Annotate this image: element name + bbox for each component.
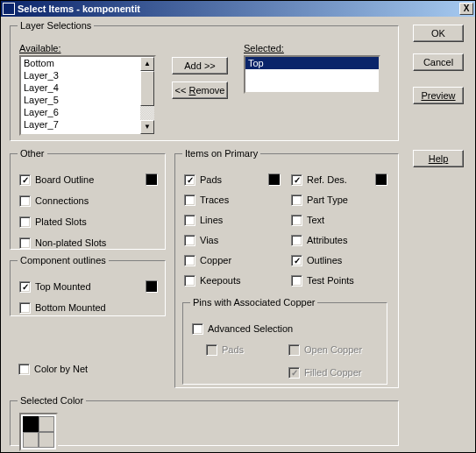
primary-outlines-checkbox[interactable]: ✓ — [291, 255, 302, 266]
color-swatch-black[interactable] — [23, 416, 39, 432]
available-label: Available: — [19, 43, 156, 53]
pins-open-copper-row: Open Copper — [288, 341, 362, 358]
add-button[interactable]: Add >> — [172, 57, 228, 74]
pins-copper-group: Pins with Associated Copper Advanced Sel… — [182, 297, 387, 385]
primary-keepouts-checkbox[interactable] — [184, 275, 195, 287]
selected-color-group: Selected Color — [10, 395, 399, 446]
primary-ref-des--checkbox[interactable]: ✓ — [291, 174, 302, 186]
help-button[interactable]: Help — [413, 150, 464, 167]
available-listbox[interactable]: BottomLayer_3Layer_4Layer_5Layer_6Layer_… — [19, 55, 156, 136]
close-button[interactable]: X — [459, 3, 473, 15]
primary-ref-des--label: Ref. Des. — [307, 174, 347, 185]
primary-test-points-checkbox[interactable] — [291, 275, 302, 287]
ok-button[interactable]: OK — [413, 25, 464, 42]
comp-bottom-mounted-checkbox[interactable] — [19, 302, 31, 314]
comp-top-mounted-swatch[interactable] — [146, 280, 158, 293]
primary-attributes-label: Attributes — [307, 235, 347, 245]
selected-label: Selected: — [244, 43, 380, 53]
client-area: OK Cancel Preview Help Layer Selections … — [1, 17, 475, 452]
other-plated-slots-label: Plated Slots — [35, 216, 87, 227]
component-outlines-group: Component outlines ✓Top MountedBottom Mo… — [10, 255, 166, 316]
color-swatch-empty[interactable] — [39, 432, 54, 448]
advanced-selection-checkbox[interactable] — [192, 323, 203, 335]
available-item[interactable]: Layer_6 — [21, 106, 140, 118]
color-swatch-empty[interactable] — [23, 432, 39, 448]
pins-open-copper-checkbox — [288, 344, 300, 356]
primary-vias-label: Vias — [200, 235, 218, 245]
comp-top-mounted-label: Top Mounted — [35, 281, 91, 292]
primary-test-points-label: Test Points — [307, 275, 354, 286]
primary-text-checkbox[interactable] — [291, 215, 302, 226]
primary-pads-checkbox[interactable]: ✓ — [184, 174, 195, 186]
comp-bottom-mounted-row: Bottom Mounted — [19, 299, 158, 316]
dialog-window: Select Items - komponentit X OK Cancel P… — [0, 0, 476, 453]
other-connections-label: Connections — [35, 195, 89, 206]
scroll-track[interactable] — [140, 71, 154, 120]
color-well[interactable] — [19, 413, 58, 451]
layer-selections-legend: Layer Selections — [18, 20, 94, 31]
pins-open-copper-label: Open Copper — [304, 344, 362, 355]
scrollbar[interactable]: ▲ ▼ — [140, 57, 154, 134]
available-item[interactable]: Layer_5 — [21, 94, 140, 106]
selected-item[interactable]: Top — [245, 57, 379, 69]
primary-pads-swatch[interactable] — [268, 173, 281, 186]
primary-copper-row: Copper — [184, 251, 281, 269]
primary-part-type-label: Part Type — [307, 195, 348, 205]
app-icon — [3, 3, 15, 15]
pins-pads-label: Pads — [222, 344, 244, 355]
pins-copper-legend: Pins with Associated Copper — [190, 297, 317, 308]
other-group: Other ✓Board OutlineConnectionsPlated Sl… — [10, 148, 166, 250]
primary-ref-des--row: ✓Ref. Des. — [291, 171, 387, 188]
selected-listbox[interactable]: Top — [244, 55, 380, 94]
other-board-outline-row: ✓Board Outline — [19, 171, 158, 188]
primary-part-type-row: Part Type — [291, 191, 387, 209]
other-non-plated-slots-label: Non-plated Slots — [35, 237, 106, 248]
primary-keepouts-label: Keepouts — [200, 275, 240, 286]
pins-filled-copper-label: Filled Copper — [304, 367, 361, 378]
other-plated-slots-checkbox[interactable] — [19, 216, 31, 228]
other-non-plated-slots-checkbox[interactable] — [19, 237, 31, 249]
primary-pads-row: ✓Pads — [184, 171, 281, 188]
primary-traces-checkbox[interactable] — [184, 195, 195, 206]
layer-selections-group: Layer Selections Available: BottomLayer_… — [10, 20, 399, 141]
other-connections-row: Connections — [19, 192, 158, 209]
other-board-outline-label: Board Outline — [35, 174, 94, 185]
primary-copper-checkbox[interactable] — [184, 255, 195, 266]
advanced-selection-label: Advanced Selection — [208, 323, 293, 334]
comp-bottom-mounted-label: Bottom Mounted — [35, 302, 106, 313]
pins-pads-checkbox — [206, 344, 217, 356]
scroll-down-button[interactable]: ▼ — [140, 120, 154, 134]
color-swatch-empty[interactable] — [39, 416, 54, 432]
other-board-outline-checkbox[interactable]: ✓ — [19, 174, 31, 186]
available-item[interactable]: Bottom — [21, 57, 140, 69]
primary-lines-row: Lines — [184, 211, 281, 229]
primary-outlines-row: ✓Outlines — [291, 251, 387, 269]
primary-attributes-checkbox[interactable] — [291, 235, 302, 246]
color-by-net-label: Color by Net — [34, 364, 88, 374]
primary-lines-label: Lines — [200, 215, 223, 225]
available-item[interactable]: Layer_3 — [21, 69, 140, 81]
preview-button[interactable]: Preview — [413, 87, 464, 104]
comp-top-mounted-checkbox[interactable]: ✓ — [19, 281, 31, 293]
titlebar[interactable]: Select Items - komponentit X — [1, 1, 475, 17]
other-connections-checkbox[interactable] — [19, 195, 31, 207]
available-item[interactable]: Layer_7 — [21, 118, 140, 131]
remove-button[interactable]: << Remove — [172, 81, 228, 99]
primary-lines-checkbox[interactable] — [184, 215, 195, 226]
available-item[interactable]: Layer_4 — [21, 81, 140, 94]
cancel-button[interactable]: Cancel — [413, 53, 464, 71]
primary-part-type-checkbox[interactable] — [291, 195, 302, 206]
pins-filled-copper-row: ✓Filled Copper — [288, 364, 361, 381]
comp-top-mounted-row: ✓Top Mounted — [19, 278, 158, 295]
primary-ref-des--swatch[interactable] — [375, 173, 387, 186]
component-outlines-legend: Component outlines — [18, 255, 109, 265]
primary-text-row: Text — [291, 211, 387, 229]
other-non-plated-slots-row: Non-plated Slots — [19, 234, 158, 251]
other-board-outline-swatch[interactable] — [146, 173, 158, 186]
primary-copper-label: Copper — [200, 255, 231, 265]
color-by-net-checkbox[interactable] — [18, 364, 30, 375]
scroll-up-button[interactable]: ▲ — [140, 57, 154, 71]
primary-vias-checkbox[interactable] — [184, 235, 195, 246]
scroll-thumb[interactable] — [140, 71, 154, 106]
pins-pads-row: Pads — [206, 341, 288, 358]
